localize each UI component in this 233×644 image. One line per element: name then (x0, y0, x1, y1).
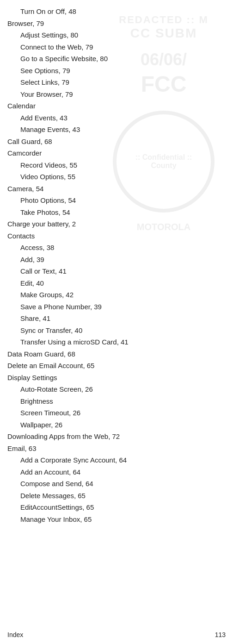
page-footer: Index 113 (7, 631, 226, 638)
sub-index-entry: Call or Text, 41 (20, 265, 226, 277)
sub-index-entry: See Options, 79 (20, 65, 226, 77)
main-index-entry: Browser, 79 (7, 18, 226, 30)
main-index-entry: Charge your battery, 2 (7, 218, 226, 230)
sub-index-entry: Turn On or Off, 48 (20, 6, 226, 18)
sub-index-entry: Make Groups, 42 (20, 289, 226, 301)
page-container: REDACTED :: M CC SUBM 06/06/ FCC :: Conf… (0, 0, 233, 644)
main-index-entry: Email, 63 (7, 443, 226, 455)
sub-index-entry: Add, 39 (20, 254, 226, 266)
main-index-entry: Calendar (7, 100, 226, 112)
main-index-entry: Camera, 54 (7, 183, 226, 195)
main-index-entry: Camcorder (7, 147, 226, 159)
sub-index-entry: Photo Options, 54 (20, 194, 226, 206)
main-index-entry: Contacts (7, 230, 226, 242)
main-index-entry: Display Settings (7, 372, 226, 384)
main-index-entry: Data Roam Guard, 68 (7, 348, 226, 360)
sub-index-entry: Take Photos, 54 (20, 206, 226, 219)
sub-index-entry: Save a Phone Number, 39 (20, 301, 226, 313)
footer-right: 113 (215, 631, 226, 638)
sub-index-entry: Share, 41 (20, 313, 226, 325)
sub-index-entry: Add Events, 43 (20, 112, 226, 124)
sub-index-entry: Transfer Using a microSD Card, 41 (20, 336, 226, 348)
sub-index-entry: Auto-Rotate Screen, 26 (20, 383, 226, 395)
sub-index-entry: Record Videos, 55 (20, 159, 226, 171)
sub-index-entry: Manage Events, 43 (20, 124, 226, 136)
sub-index-entry: Your Browser, 79 (20, 88, 226, 100)
main-index-entry: Call Guard, 68 (7, 136, 226, 148)
sub-index-entry: Add an Account, 64 (20, 466, 226, 478)
sub-index-entry: Adjust Settings, 80 (20, 29, 226, 41)
sub-index-entry: Go to a Specific Website, 80 (20, 53, 226, 65)
sub-index-entry: Sync or Transfer, 40 (20, 325, 226, 337)
sub-index-entry: EditAccountSettings, 65 (20, 501, 226, 513)
sub-index-entry: Edit, 40 (20, 277, 226, 289)
index-content: Turn On or Off, 48Browser, 79Adjust Sett… (7, 6, 226, 525)
main-index-entry: Downloading Apps from the Web, 72 (7, 431, 226, 443)
main-index-entry: Delete an Email Account, 65 (7, 360, 226, 372)
sub-index-entry: Connect to the Web, 79 (20, 41, 226, 53)
sub-index-entry: Manage Your Inbox, 65 (20, 513, 226, 525)
footer-left: Index (7, 631, 23, 638)
sub-index-entry: Screen Timeout, 26 (20, 407, 226, 419)
sub-index-entry: Brightness (20, 395, 226, 407)
sub-index-entry: Video Options, 55 (20, 171, 226, 183)
sub-index-entry: Wallpaper, 26 (20, 419, 226, 431)
sub-index-entry: Add a Corporate Sync Account, 64 (20, 454, 226, 466)
sub-index-entry: Compose and Send, 64 (20, 478, 226, 490)
sub-index-entry: Select Links, 79 (20, 76, 226, 88)
sub-index-entry: Delete Messages, 65 (20, 490, 226, 502)
sub-index-entry: Access, 38 (20, 242, 226, 254)
